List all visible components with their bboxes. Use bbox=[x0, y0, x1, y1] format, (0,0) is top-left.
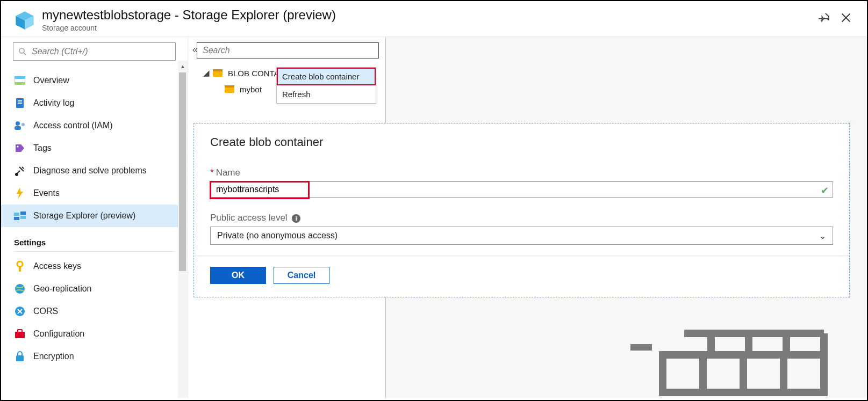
container-icon bbox=[225, 85, 235, 93]
nav-label: Diagnose and solve problems bbox=[33, 166, 147, 176]
sidebar-search-input[interactable] bbox=[31, 46, 171, 57]
nav-label: Tags bbox=[33, 143, 52, 153]
nav-label: Events bbox=[33, 188, 60, 198]
svg-point-13 bbox=[16, 121, 20, 126]
svg-point-15 bbox=[21, 123, 25, 126]
nav-access-control[interactable]: Access control (IAM) bbox=[1, 114, 188, 137]
iam-icon bbox=[14, 121, 26, 130]
nav-diagnose[interactable]: Diagnose and solve problems bbox=[1, 159, 188, 182]
caret-down-icon: ◢ bbox=[203, 68, 211, 78]
valid-check-icon: ✔ bbox=[821, 185, 829, 196]
svg-point-5 bbox=[19, 48, 24, 53]
svg-rect-20 bbox=[14, 213, 19, 216]
create-blob-container-dialog: Create blob container *Name ✔ Public acc… bbox=[193, 123, 850, 297]
sidebar-search[interactable] bbox=[13, 42, 176, 61]
nav-label: CORS bbox=[33, 307, 58, 316]
select-value: Private (no anonymous access) bbox=[217, 231, 338, 240]
svg-rect-11 bbox=[18, 100, 22, 101]
tree-label: mybot bbox=[240, 85, 262, 94]
svg-point-18 bbox=[16, 173, 18, 176]
menu-refresh[interactable]: Refresh bbox=[277, 85, 376, 103]
tag-icon bbox=[14, 143, 26, 153]
svg-rect-44 bbox=[630, 344, 652, 351]
nav-label: Configuration bbox=[33, 329, 84, 339]
svg-marker-19 bbox=[17, 187, 23, 199]
svg-marker-16 bbox=[16, 144, 24, 152]
activity-log-icon bbox=[14, 98, 26, 108]
nav-events[interactable]: Events bbox=[1, 182, 188, 205]
svg-rect-22 bbox=[14, 217, 19, 220]
info-icon[interactable]: i bbox=[292, 214, 300, 223]
explorer-search-input[interactable] bbox=[202, 45, 374, 56]
name-field-label: *Name bbox=[210, 167, 833, 178]
diagnose-icon bbox=[14, 165, 26, 176]
divider bbox=[14, 251, 175, 252]
nav-activity-log[interactable]: Activity log bbox=[1, 92, 188, 114]
container-name-input[interactable] bbox=[210, 181, 833, 198]
svg-point-17 bbox=[17, 146, 19, 148]
settings-heading: Settings bbox=[1, 227, 188, 250]
context-menu: Create blob container Refresh bbox=[276, 67, 376, 104]
ok-button[interactable]: OK bbox=[210, 267, 266, 284]
search-icon bbox=[18, 47, 27, 56]
svg-rect-14 bbox=[15, 126, 21, 130]
nav-encryption[interactable]: Encryption bbox=[1, 345, 188, 368]
svg-rect-12 bbox=[18, 103, 22, 104]
storage-explorer-icon bbox=[14, 212, 26, 220]
svg-line-6 bbox=[24, 53, 26, 55]
lock-icon bbox=[14, 351, 26, 362]
svg-point-26 bbox=[15, 284, 25, 294]
storage-cube-icon bbox=[14, 10, 35, 31]
access-level-select[interactable]: Private (no anonymous access) ⌄ bbox=[210, 227, 833, 245]
explorer-search[interactable] bbox=[197, 42, 379, 59]
nav-overview[interactable]: Overview bbox=[1, 69, 188, 92]
nav-label: Encryption bbox=[33, 352, 74, 361]
required-asterisk: * bbox=[210, 167, 214, 178]
dialog-title: Create blob container bbox=[210, 135, 833, 149]
dialog-divider bbox=[194, 256, 849, 256]
nav-geo-replication[interactable]: Geo-replication bbox=[1, 278, 188, 300]
cancel-button[interactable]: Cancel bbox=[274, 267, 329, 284]
page-subtitle: Storage account bbox=[42, 24, 819, 32]
svg-rect-21 bbox=[20, 212, 26, 215]
chevron-down-icon: ⌄ bbox=[819, 231, 826, 241]
empty-state-graphic bbox=[630, 290, 845, 398]
nav-storage-explorer[interactable]: Storage Explorer (preview) bbox=[1, 205, 188, 227]
container-group-icon bbox=[213, 69, 224, 77]
nav-label: Access control (IAM) bbox=[33, 121, 113, 130]
nav-access-keys[interactable]: Access keys bbox=[1, 255, 188, 278]
briefcase-icon bbox=[14, 329, 26, 339]
nav-cors[interactable]: CORS bbox=[1, 300, 188, 323]
cors-icon bbox=[14, 306, 26, 317]
overview-icon bbox=[14, 76, 26, 85]
close-icon[interactable] bbox=[840, 12, 852, 26]
svg-rect-23 bbox=[20, 216, 26, 219]
pin-icon[interactable] bbox=[819, 12, 830, 26]
blade-header: mynewtestblobstorage - Storage Explorer … bbox=[1, 1, 867, 37]
nav-label: Storage Explorer (preview) bbox=[33, 211, 135, 221]
globe-icon bbox=[14, 283, 26, 294]
key-icon bbox=[14, 261, 26, 272]
svg-rect-29 bbox=[18, 330, 22, 332]
scroll-up-icon[interactable]: ▲ bbox=[178, 61, 188, 71]
svg-rect-25 bbox=[19, 266, 21, 272]
svg-rect-30 bbox=[16, 355, 24, 361]
nav-label: Access keys bbox=[33, 261, 81, 271]
events-icon bbox=[14, 187, 26, 199]
sidebar-scrollbar[interactable]: ▲ bbox=[178, 61, 188, 398]
page-title: mynewtestblobstorage - Storage Explorer … bbox=[42, 8, 819, 23]
svg-rect-34 bbox=[225, 85, 234, 88]
nav-label: Geo-replication bbox=[33, 284, 92, 294]
scroll-thumb[interactable] bbox=[179, 72, 186, 271]
svg-rect-32 bbox=[213, 69, 223, 71]
nav-label: Activity log bbox=[33, 98, 74, 108]
menu-create-blob-container[interactable]: Create blob container bbox=[277, 68, 376, 85]
nav-tags[interactable]: Tags bbox=[1, 137, 188, 159]
svg-point-24 bbox=[17, 261, 23, 267]
sidebar: Overview Activity log Access control (IA… bbox=[1, 37, 188, 398]
svg-rect-9 bbox=[15, 82, 25, 85]
access-level-label: Public access level i bbox=[210, 213, 833, 223]
nav-configuration[interactable]: Configuration bbox=[1, 323, 188, 345]
svg-rect-8 bbox=[15, 76, 25, 79]
nav-label: Overview bbox=[33, 76, 69, 85]
